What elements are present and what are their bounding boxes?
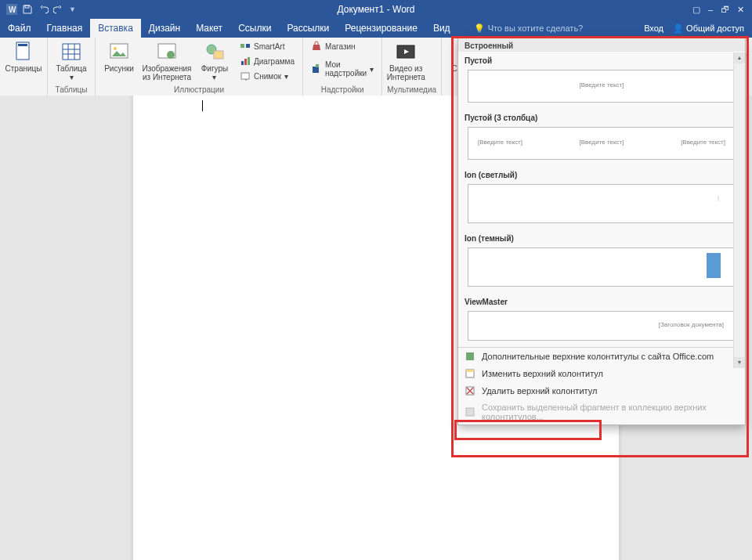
svg-rect-21 [241, 73, 249, 79]
tab-file[interactable]: Файл [0, 19, 39, 38]
person-icon: 👤 [673, 23, 684, 33]
save-selection-icon [465, 406, 475, 417]
tab-view[interactable]: Вид [425, 19, 458, 38]
pictures-icon [108, 41, 130, 63]
tab-review[interactable]: Рецензирование [337, 19, 425, 38]
svg-rect-23 [316, 64, 319, 67]
share-button[interactable]: 👤 Общий доступ [673, 23, 744, 34]
pages-button[interactable]: Страницы [5, 39, 42, 73]
online-video-button[interactable]: Видео изИнтернета [387, 39, 425, 81]
office-icon [465, 351, 475, 362]
gallery-item-ion-dark[interactable] [468, 247, 736, 287]
gallery-section-builtin: Встроенный [458, 38, 745, 52]
illustrations-small: SmartArt Диаграмма Снимок ▾ [237, 39, 298, 83]
table-icon [60, 41, 82, 63]
gallery-scrollbar[interactable]: ▴ ▾ [733, 52, 745, 368]
redo-icon[interactable] [53, 4, 64, 15]
edit-header-button[interactable]: Изменить верхний колонтитул [458, 365, 745, 382]
svg-rect-18 [241, 61, 244, 65]
addins-icon [311, 63, 322, 74]
text-cursor [202, 100, 203, 111]
shapes-button[interactable]: Фигуры▾ [196, 39, 233, 81]
shapes-icon [204, 41, 226, 63]
tab-layout[interactable]: Макет [188, 19, 230, 38]
window-controls: ▢ – 🗗 ✕ [685, 5, 752, 15]
svg-point-13 [167, 51, 175, 59]
bulb-icon: 💡 [474, 23, 485, 34]
word-icon: W [6, 4, 17, 15]
screenshot-icon [240, 70, 251, 81]
ribbon-options-icon[interactable]: ▢ [692, 5, 700, 15]
screenshot-button[interactable]: Снимок ▾ [237, 69, 298, 83]
group-pages: Страницы [0, 38, 48, 96]
gallery-item-viewmaster[interactable]: [Заголовок документа] [468, 311, 736, 341]
scroll-up-icon[interactable]: ▴ [734, 52, 745, 63]
gallery-item-blank-3col[interactable]: [Введите текст] [Введите текст] [Введите… [468, 127, 736, 160]
save-selection-button: Сохранить выделенный фрагмент в коллекци… [458, 399, 745, 425]
online-pictures-button[interactable]: Изображенияиз Интернета [141, 39, 193, 81]
gallery-item-blank[interactable]: [Введите текст] [468, 70, 736, 103]
undo-icon[interactable] [38, 4, 49, 15]
pages-icon [13, 41, 34, 63]
svg-rect-15 [214, 51, 223, 59]
quick-access-toolbar: W ▼ [0, 4, 82, 15]
store-icon [311, 41, 322, 52]
group-media: Видео изИнтернета Мультимедиа [382, 38, 442, 96]
gallery-item-name: Пустой [458, 52, 745, 67]
pictures-button[interactable]: Рисунки [100, 39, 138, 73]
group-illustrations: Рисунки Изображенияиз Интернета Фигуры▾ … [96, 38, 303, 96]
svg-rect-16 [240, 44, 244, 48]
gallery-item-name: Ion (светлый) [458, 166, 745, 181]
title-bar: W ▼ Документ1 - Word ▢ – 🗗 ✕ [0, 0, 752, 19]
gallery-item-name: ViewMaster [458, 293, 745, 308]
svg-text:W: W [9, 5, 16, 14]
tell-me[interactable]: 💡 Что вы хотите сделать? [474, 23, 584, 34]
table-button[interactable]: Таблица▾ [52, 39, 90, 81]
online-pictures-icon [156, 41, 178, 63]
header-gallery-dropdown: Встроенный Пустой [Введите текст] Пустой… [457, 38, 746, 425]
svg-rect-31 [466, 352, 474, 360]
qat-dropdown-icon[interactable]: ▼ [69, 5, 76, 13]
svg-rect-35 [466, 408, 474, 416]
restore-icon[interactable]: 🗗 [721, 5, 729, 15]
remove-header-button[interactable]: Удалить верхний колонтитул [458, 382, 745, 399]
edit-header-icon [465, 368, 475, 379]
chart-icon [240, 56, 251, 67]
gallery-item-name: Ion (темный) [458, 229, 745, 244]
smartart-icon [240, 41, 251, 52]
svg-point-11 [114, 47, 117, 50]
svg-rect-19 [244, 59, 247, 65]
menu-bar: Файл Главная Вставка Дизайн Макет Ссылки… [0, 19, 752, 38]
gallery-item-ion-light[interactable]: | [468, 184, 736, 223]
more-headers-button[interactable]: Дополнительные верхние колонтитулы с сай… [458, 348, 745, 365]
minimize-icon[interactable]: – [708, 5, 713, 15]
gallery-item-name: Пустой (3 столбца) [458, 109, 745, 124]
smartart-button[interactable]: SmartArt [237, 39, 298, 53]
tell-me-text: Что вы хотите сделать? [488, 23, 584, 33]
svg-rect-20 [248, 57, 250, 65]
signin-link[interactable]: Вход [644, 23, 663, 33]
gallery-footer-menu: Дополнительные верхние колонтитулы с сай… [458, 347, 745, 425]
tab-insert[interactable]: Вставка [90, 19, 141, 38]
my-addins-button[interactable]: Мои надстройки ▾ [308, 59, 377, 79]
svg-rect-5 [63, 44, 80, 60]
svg-rect-33 [466, 370, 474, 372]
scroll-down-icon[interactable]: ▾ [734, 357, 745, 368]
tab-design[interactable]: Дизайн [141, 19, 188, 38]
tab-mailings[interactable]: Рассылки [279, 19, 337, 38]
svg-rect-4 [18, 44, 27, 46]
remove-header-icon [465, 385, 475, 396]
tab-references[interactable]: Ссылки [230, 19, 279, 38]
svg-rect-17 [246, 44, 250, 48]
video-icon [395, 41, 417, 63]
close-icon[interactable]: ✕ [737, 5, 744, 15]
svg-rect-2 [25, 5, 29, 8]
document-title: Документ1 - Word [337, 4, 414, 15]
tab-home[interactable]: Главная [39, 19, 91, 38]
chart-button[interactable]: Диаграмма [237, 54, 298, 68]
svg-rect-22 [313, 67, 319, 73]
save-icon[interactable] [22, 4, 33, 15]
group-addins: Магазин Мои надстройки ▾ Надстройки [303, 38, 382, 96]
store-button[interactable]: Магазин [308, 39, 377, 53]
group-tables: Таблица▾ Таблицы [48, 38, 96, 96]
